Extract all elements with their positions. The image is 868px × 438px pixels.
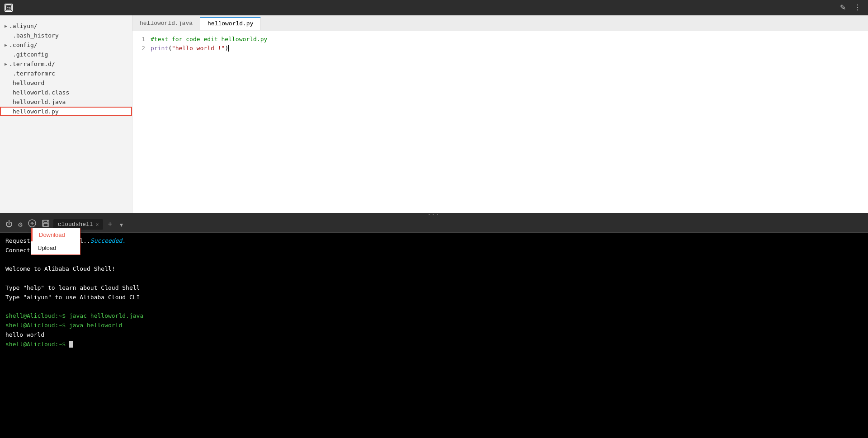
tree-item-helloworld-py[interactable]: helloworld.py	[0, 107, 132, 116]
tree-item--gitconfig[interactable]: .gitconfig	[0, 50, 132, 59]
terminal-line-1: Connecting...	[5, 246, 863, 255]
tree-item--aliyun-[interactable]: ▶.aliyun/	[0, 21, 132, 31]
resize-divider[interactable]: •••	[0, 213, 868, 217]
editor-tabs: helloworld.javahelloworld.py	[132, 15, 868, 31]
tree-item-label: .config/	[9, 42, 38, 48]
term-tab-label: cloudshell	[58, 221, 93, 228]
app-logo: CS	[5, 4, 16, 12]
tree-item-label: .aliyun/	[9, 23, 38, 29]
editor-panel: helloworld.javahelloworld.py 1#test for …	[132, 15, 868, 213]
terminal-line-5: Type "help" to learn about Cloud Shell	[5, 283, 863, 293]
tree-item-helloworld-class[interactable]: helloworld.class	[0, 88, 132, 97]
terminal-area: ⏻ ⚙ cloudshell✕ + ▾ Requesting Cloud She…	[0, 217, 868, 438]
context-menu-upload[interactable]: Upload	[31, 241, 80, 254]
file-tree-header	[0, 15, 132, 21]
top-actions: ✎ ⋮	[838, 2, 863, 13]
line-code: print("hello world !")	[151, 44, 229, 53]
line-code: #test for code edit helloworld.py	[151, 35, 267, 44]
tree-item-label: helloworld.class	[13, 89, 69, 96]
editor-area: ▶.aliyun/.bash_history▶.config/.gitconfi…	[0, 15, 868, 213]
tree-item-label: helloworld.py	[13, 108, 59, 115]
terminal-tabs-bar: ⏻ ⚙ cloudshell✕ + ▾	[0, 217, 868, 233]
tree-item-label: .bash_history	[13, 32, 59, 39]
file-tree: ▶.aliyun/.bash_history▶.config/.gitconfi…	[0, 15, 132, 213]
tree-item-label: helloworld.java	[13, 99, 66, 105]
terminal-content[interactable]: Requesting Cloud Shell..Succeeded.Connec…	[0, 233, 868, 438]
terminal-line-9: shell@Alicloud:~$ java helloworld	[5, 321, 863, 330]
chevron-icon: ▶	[5, 42, 7, 47]
terminal-line-4	[5, 274, 863, 283]
tree-items-container: ▶.aliyun/.bash_history▶.config/.gitconfi…	[0, 21, 132, 116]
svg-rect-5	[44, 220, 47, 222]
chevron-icon: ▶	[5, 61, 7, 66]
tree-item-label: .terraform.d/	[9, 61, 55, 67]
close-tab-icon[interactable]: ✕	[96, 221, 99, 227]
terminal-line-10: hello world	[5, 330, 863, 340]
context-menu-download[interactable]: Download	[31, 228, 80, 241]
tree-item-label: .gitconfig	[13, 51, 48, 58]
tree-item-label: helloword	[13, 80, 44, 86]
context-menu: DownloadUpload	[31, 228, 80, 255]
cloud-shell-icon: CS	[5, 4, 13, 12]
more-button[interactable]: ⋮	[852, 2, 863, 13]
svg-text:CS: CS	[7, 6, 11, 10]
terminal-line-0: Requesting Cloud Shell..Succeeded.	[5, 236, 863, 246]
line-number: 2	[132, 44, 151, 53]
terminal-line-11: shell@Alicloud:~$	[5, 340, 863, 349]
terminal-line-6: Type "aliyun" to use Alibaba Cloud CLI	[5, 293, 863, 302]
editor-content[interactable]: 1#test for code edit helloworld.py2print…	[132, 31, 868, 213]
tree-item-label: .terraformrc	[13, 70, 55, 77]
tree-item-helloworld-java[interactable]: helloworld.java	[0, 97, 132, 107]
tree-item--terraformrc[interactable]: .terraformrc	[0, 69, 132, 78]
terminal-line-3: Welcome to Alibaba Cloud Shell!	[5, 264, 863, 274]
topbar: CS ✎ ⋮	[0, 0, 868, 15]
settings-icon[interactable]: ⚙	[16, 218, 24, 231]
tree-item--terraform-d-[interactable]: ▶.terraform.d/	[0, 59, 132, 69]
terminal-line-7	[5, 302, 863, 312]
terminal-down-button[interactable]: ▾	[117, 220, 126, 229]
add-terminal-button[interactable]: +	[105, 219, 115, 230]
terminal-line-2	[5, 255, 863, 265]
editor-tab-helloworld-py[interactable]: helloworld.py	[200, 17, 261, 30]
code-line-2: 2print("hello world !")	[132, 44, 868, 53]
power-icon[interactable]: ⏻	[4, 218, 14, 231]
tree-item--bash-history[interactable]: .bash_history	[0, 31, 132, 40]
tree-item--config-[interactable]: ▶.config/	[0, 40, 132, 50]
edit-button[interactable]: ✎	[838, 2, 848, 13]
terminal-line-8: shell@Alicloud:~$ javac helloworld.java	[5, 311, 863, 321]
svg-rect-6	[43, 223, 48, 226]
code-line-1: 1#test for code edit helloworld.py	[132, 35, 868, 44]
line-number: 1	[132, 35, 151, 44]
editor-tab-helloworld-java[interactable]: helloworld.java	[132, 17, 200, 29]
chevron-icon: ▶	[5, 24, 7, 28]
main-container: ▶.aliyun/.bash_history▶.config/.gitconfi…	[0, 15, 868, 438]
tree-item-helloword[interactable]: helloword	[0, 78, 132, 88]
